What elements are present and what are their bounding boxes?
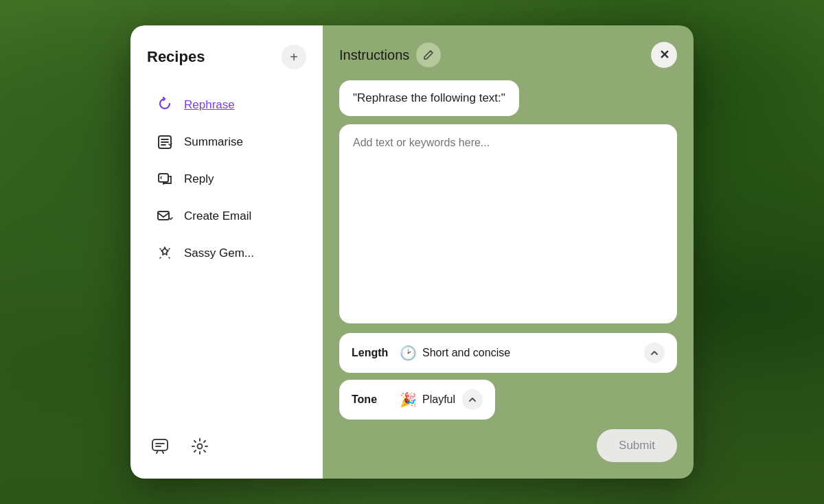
length-value-row: 🕑 Short and concise [400, 345, 637, 361]
sassy-gem-icon [155, 244, 174, 263]
length-value: Short and concise [422, 347, 510, 359]
recipe-list: Rephrase Summarise [147, 89, 306, 422]
add-recipe-button[interactable]: + [282, 45, 306, 69]
tone-value-row: 🎉 Playful [400, 391, 455, 408]
instruction-bubble: "Rephrase the following text:" [339, 80, 519, 116]
recipe-item-rephrase[interactable]: Rephrase [147, 89, 306, 122]
tone-label: Tone [352, 393, 393, 406]
sidebar-title: Recipes [147, 48, 205, 66]
sassy-gem-label: Sassy Gem... [184, 247, 254, 260]
create-email-icon [155, 207, 174, 226]
svg-rect-4 [159, 174, 168, 182]
submit-row: Submit [339, 429, 677, 462]
svg-rect-5 [158, 211, 169, 220]
content-header: Instructions ✕ [339, 42, 677, 68]
length-emoji: 🕑 [400, 345, 417, 361]
chat-icon-button[interactable] [147, 433, 173, 459]
sidebar: Recipes + Rephrase [130, 25, 323, 479]
close-button[interactable]: ✕ [651, 42, 677, 68]
content-panel: Instructions ✕ "Rephrase the following t… [323, 25, 694, 479]
svg-rect-6 [152, 439, 168, 450]
svg-point-9 [198, 444, 203, 449]
dialog: Recipes + Rephrase [130, 25, 694, 479]
settings-icon-button[interactable] [187, 433, 213, 459]
length-label: Length [352, 347, 393, 359]
reply-label: Reply [184, 172, 214, 186]
tone-chevron[interactable] [462, 389, 483, 410]
recipe-item-create-email[interactable]: Create Email [147, 200, 306, 233]
length-option-pill[interactable]: Length 🕑 Short and concise [339, 333, 677, 373]
summarise-label: Summarise [184, 135, 243, 149]
summarise-icon [155, 133, 174, 152]
recipe-item-summarise[interactable]: Summarise [147, 126, 306, 159]
sidebar-header: Recipes + [147, 45, 306, 69]
text-input[interactable] [339, 124, 677, 323]
instructions-title: Instructions [339, 47, 409, 63]
instructions-label-row: Instructions [339, 43, 441, 67]
tone-option-pill[interactable]: Tone 🎉 Playful [339, 380, 495, 420]
close-icon: ✕ [659, 47, 670, 62]
rephrase-icon [155, 95, 174, 115]
sidebar-footer [147, 422, 306, 459]
tone-value: Playful [422, 393, 455, 406]
rephrase-label: Rephrase [184, 98, 235, 112]
submit-button[interactable]: Submit [597, 429, 677, 462]
recipe-item-sassy-gem[interactable]: Sassy Gem... [147, 237, 306, 270]
edit-instructions-button[interactable] [416, 43, 441, 67]
text-area-wrapper [339, 124, 677, 323]
reply-icon [155, 170, 174, 189]
tone-emoji: 🎉 [400, 391, 417, 408]
recipe-item-reply[interactable]: Reply [147, 163, 306, 196]
length-chevron[interactable] [644, 343, 665, 363]
options-row: Length 🕑 Short and concise Tone 🎉 Playfu… [339, 333, 677, 420]
create-email-label: Create Email [184, 209, 251, 223]
